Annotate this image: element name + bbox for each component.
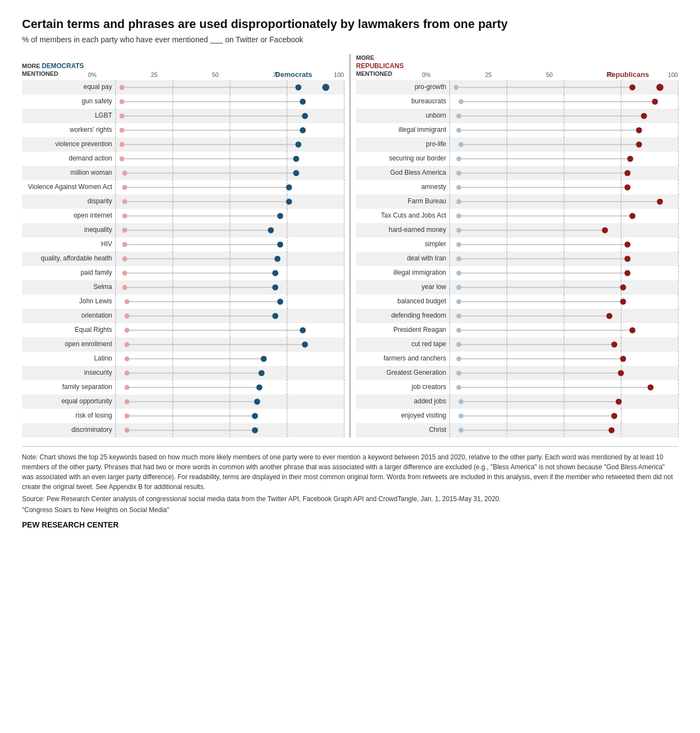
connector-line: [127, 344, 305, 345]
dot-large: [611, 413, 617, 419]
dot-large: [257, 384, 263, 390]
grid-line: [344, 309, 345, 323]
connector-line: [461, 101, 655, 102]
dot-track: [115, 423, 344, 437]
connector-line: [127, 401, 257, 402]
connector-line: [459, 215, 632, 216]
grid-line: [449, 109, 450, 123]
list-item: disparity: [22, 195, 344, 209]
term-label: open internet: [22, 212, 115, 219]
dot-small: [458, 99, 463, 104]
grid-line: [344, 295, 345, 309]
dot-large: [652, 98, 658, 104]
connector-line: [127, 415, 255, 417]
dot-large: [629, 84, 635, 90]
dot-track: Democrats: [115, 80, 344, 95]
term-label: simpler: [356, 241, 449, 248]
dot-small: [124, 413, 129, 418]
dot-large: [618, 370, 624, 376]
dot-track: [115, 366, 344, 380]
grid-line: [344, 409, 345, 423]
dot-track: [449, 209, 678, 223]
citation-text: "Congress Soars to New Heights on Social…: [22, 505, 678, 515]
grid-line: [115, 252, 116, 266]
grid-line: [678, 352, 679, 366]
list-item: farmers and ranchers: [356, 352, 678, 366]
dem-rows: equal payDemocratsgun safetyLGBTworkers'…: [22, 80, 344, 437]
list-item: equal payDemocrats: [22, 80, 344, 95]
term-label: risk of losing: [22, 412, 115, 419]
list-item: securing our border: [356, 152, 678, 166]
grid-line: [678, 237, 679, 252]
grid-line: [449, 423, 450, 437]
grid-line: [344, 152, 345, 166]
grid-line: [344, 280, 345, 295]
term-label: unborn: [356, 112, 449, 119]
dot-small: [122, 227, 127, 232]
term-label: illegal immigration: [356, 269, 449, 276]
dot-small: [124, 399, 129, 404]
grid-line: [344, 137, 345, 152]
dot-small: [120, 113, 125, 118]
connector-line: [125, 244, 280, 245]
dot-small: [458, 142, 463, 147]
connector-line: [459, 158, 630, 159]
grid-line: [678, 223, 679, 237]
dot-track: [449, 152, 678, 166]
connector-line: [125, 287, 276, 288]
list-item: Christ: [356, 423, 678, 437]
connector-line: [125, 273, 276, 274]
dot-small: [458, 427, 463, 432]
dot-small: [456, 170, 461, 175]
list-item: hard-earned money: [356, 223, 678, 237]
grid-line: [449, 409, 450, 423]
dot-large: [261, 356, 267, 362]
list-item: quality, affordable health: [22, 252, 344, 266]
list-item: discriminatory: [22, 423, 344, 437]
list-item: God Bless America: [356, 166, 678, 180]
list-item: million woman: [22, 166, 344, 180]
term-label: insecurity: [22, 369, 115, 376]
dot-track: [115, 137, 344, 152]
dot-track: [449, 366, 678, 380]
dot-track: Republicans: [449, 80, 678, 95]
grid-line: [621, 337, 621, 352]
connector-line: [125, 258, 278, 259]
grid-line: [115, 180, 116, 195]
term-label: paid family: [22, 269, 115, 276]
dot-track: [115, 337, 344, 352]
dot-track: [449, 95, 678, 109]
grid-line: [287, 309, 287, 323]
connector-line: [127, 330, 303, 331]
connector-line: [125, 187, 290, 188]
grid-line: [344, 352, 345, 366]
grid-line: [621, 223, 621, 237]
grid-line: [344, 366, 345, 380]
grid-line: [678, 252, 679, 266]
list-item: enjoyed visiting: [356, 409, 678, 423]
term-label: year low: [356, 284, 449, 291]
grid-line: [449, 223, 450, 237]
dot-large: [275, 256, 281, 262]
grid-line: [449, 323, 450, 337]
dot-track: [115, 295, 344, 309]
dot-track: [449, 266, 678, 280]
grid-line: [287, 423, 287, 437]
term-label: job creators: [356, 384, 449, 391]
grid-line: [678, 80, 679, 95]
term-label: Farm Bureau: [356, 198, 449, 205]
list-item: Tax Cuts and Jobs Act: [356, 209, 678, 223]
grid-line: [449, 380, 450, 395]
dot-track: [449, 423, 678, 437]
dot-large: [268, 227, 274, 233]
grid-line: [344, 166, 345, 180]
rep-tick-25: 25: [485, 71, 492, 78]
dot-small: [124, 370, 129, 375]
grid-line: [678, 95, 679, 109]
dot-large: [300, 327, 306, 333]
dot-track: [449, 123, 678, 137]
dot-small: [456, 313, 461, 318]
connector-line: [127, 315, 275, 316]
dot-large: [602, 227, 608, 233]
dot-track: [115, 266, 344, 280]
